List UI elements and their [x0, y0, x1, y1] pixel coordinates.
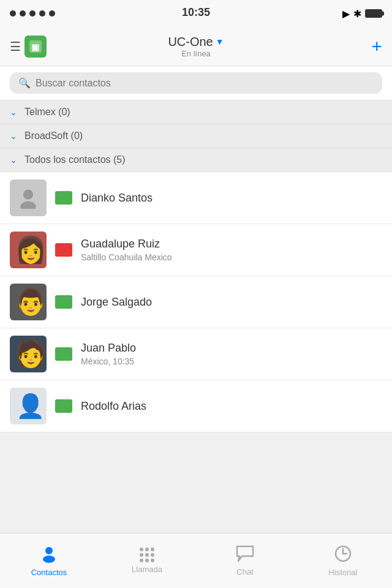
- app-logo: ▣: [24, 36, 47, 58]
- content-area: ⌄ Telmex (0) ⌄ BroadSoft (0) ⌄ Todos los…: [0, 100, 392, 533]
- signal-dot: [49, 10, 55, 17]
- chat-bubble-icon: [236, 545, 254, 565]
- contact-info: Jorge Salgado: [81, 296, 382, 309]
- signal-dot: [39, 10, 45, 17]
- avatar: [10, 232, 47, 268]
- nav-bar: ☰ ▣ UC-One ▼ En línea +: [0, 27, 392, 66]
- status-flag-red: [55, 243, 72, 257]
- status-flag-green: [55, 295, 72, 309]
- status-flag-green: [55, 399, 72, 413]
- signal-dots: [10, 10, 55, 17]
- tab-historial[interactable]: Historial: [294, 533, 392, 588]
- group-telmex-label: Telmex (0): [24, 107, 70, 118]
- list-item[interactable]: Dianko Santos: [0, 172, 392, 224]
- signal-dot: [20, 10, 26, 17]
- tab-chat[interactable]: Chat: [196, 533, 294, 588]
- nav-center: UC-One ▼ En línea: [168, 35, 224, 58]
- status-flag-green: [55, 191, 72, 205]
- status-time: 10:35: [182, 6, 210, 19]
- dropdown-arrow-icon: ▼: [216, 37, 224, 47]
- contact-detail: Saltillo Coahuila Mexico: [81, 252, 382, 262]
- nav-left: ☰ ▣: [10, 36, 47, 58]
- search-icon: 🔍: [18, 77, 31, 89]
- list-item[interactable]: Juan Pablo México, 10:35: [0, 328, 392, 380]
- status-icons: ▶ ✱: [342, 8, 382, 20]
- app-title-text: UC-One: [168, 35, 213, 49]
- chevron-down-icon: ⌄: [10, 131, 17, 141]
- app-title[interactable]: UC-One ▼: [168, 35, 224, 49]
- list-item[interactable]: Rodolfo Arias: [0, 380, 392, 432]
- battery-icon: [365, 9, 382, 18]
- contact-name: Dianko Santos: [81, 192, 382, 205]
- list-item[interactable]: Guadalupe Ruiz Saltillo Coahuila Mexico: [0, 224, 392, 276]
- group-all-contacts[interactable]: ⌄ Todos los contactos (5): [0, 148, 392, 172]
- group-telmex[interactable]: ⌄ Telmex (0): [0, 100, 392, 124]
- add-contact-button[interactable]: +: [371, 37, 382, 56]
- svg-point-4: [45, 547, 53, 554]
- tab-bar: Contactos Llamada Chat Historial: [0, 533, 392, 588]
- avatar: [10, 388, 47, 424]
- group-broadsoft-label: BroadSoft (0): [24, 130, 83, 141]
- tab-chat-label: Chat: [236, 567, 253, 576]
- person-icon: [40, 545, 58, 565]
- chevron-down-icon: ⌄: [10, 107, 17, 117]
- history-icon: [334, 545, 352, 565]
- svg-point-5: [43, 556, 55, 563]
- tab-contactos[interactable]: Contactos: [0, 533, 98, 588]
- tab-llamada[interactable]: Llamada: [98, 533, 196, 588]
- signal-dot: [10, 10, 16, 17]
- search-input-wrap[interactable]: 🔍: [10, 72, 382, 94]
- avatar: [10, 336, 47, 372]
- avatar: [10, 179, 47, 216]
- svg-point-3: [20, 201, 36, 209]
- dialpad-icon: [140, 548, 154, 562]
- chevron-down-icon: ⌄: [10, 155, 17, 165]
- contact-name: Jorge Salgado: [81, 296, 382, 309]
- search-input[interactable]: [36, 78, 374, 89]
- group-all-label: Todos los contactos (5): [24, 154, 126, 165]
- svg-text:▣: ▣: [31, 42, 39, 52]
- contact-info: Dianko Santos: [81, 192, 382, 205]
- signal-dot: [29, 10, 36, 17]
- contacts-list: Dianko Santos Guadalupe Ruiz Saltillo Co…: [0, 172, 392, 432]
- search-bar: 🔍: [0, 66, 392, 100]
- status-bar: 10:35 ▶ ✱: [0, 0, 392, 27]
- location-icon: ▶: [342, 8, 350, 20]
- status-subtitle: En línea: [168, 49, 224, 58]
- tab-historial-label: Historial: [329, 568, 358, 577]
- contact-name: Rodolfo Arias: [81, 400, 382, 413]
- contact-info: Juan Pablo México, 10:35: [81, 342, 382, 366]
- contact-info: Rodolfo Arias: [81, 400, 382, 413]
- svg-point-2: [23, 190, 33, 200]
- contact-detail: México, 10:35: [81, 356, 382, 366]
- tab-contactos-label: Contactos: [31, 568, 67, 577]
- contact-name: Guadalupe Ruiz: [81, 238, 382, 251]
- status-flag-green: [55, 347, 72, 361]
- group-broadsoft[interactable]: ⌄ BroadSoft (0): [0, 124, 392, 148]
- bluetooth-icon: ✱: [353, 8, 361, 20]
- hamburger-icon[interactable]: ☰: [10, 39, 21, 54]
- avatar: [10, 284, 47, 320]
- contact-name: Juan Pablo: [81, 342, 382, 355]
- list-item[interactable]: Jorge Salgado: [0, 276, 392, 328]
- tab-llamada-label: Llamada: [132, 565, 162, 574]
- contact-info: Guadalupe Ruiz Saltillo Coahuila Mexico: [81, 238, 382, 262]
